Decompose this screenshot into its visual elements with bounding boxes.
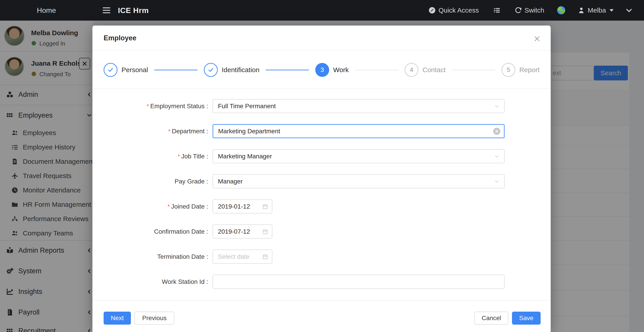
step-check-icon — [204, 63, 218, 77]
menu-toggle-icon[interactable] — [103, 8, 110, 13]
previous-button[interactable]: Previous — [134, 312, 174, 324]
step-check-icon — [104, 63, 118, 77]
compass-icon — [428, 7, 436, 14]
app-brand: ICE Hrm — [118, 6, 149, 15]
step-connector — [266, 70, 309, 70]
divider — [92, 300, 551, 301]
step-personal[interactable]: Personal — [104, 63, 148, 77]
switch-refresh-icon — [515, 7, 522, 14]
save-button[interactable]: Save — [512, 312, 540, 324]
user-menu[interactable]: Melba — [578, 7, 614, 14]
calendar-icon — [262, 203, 268, 210]
navbar-collapse-chevron-icon[interactable] — [625, 7, 633, 14]
modal-title: Employee — [104, 34, 136, 42]
step-number: 4 — [404, 63, 418, 77]
field-label: *Pay Grade: — [104, 174, 208, 188]
screen: ext Search Delete Copy Delete Copy Delet… — [0, 0, 644, 332]
field-label: *Joined Date: — [104, 199, 208, 214]
wizard-steps: Personal Identification 3 Work 4 Contact… — [104, 63, 540, 77]
quick-access-button[interactable]: Quick Access — [428, 7, 479, 14]
department-select[interactable]: Marketing Department — [212, 124, 504, 138]
chevron-down-icon — [494, 153, 500, 159]
field-label: *Confirmation Date: — [104, 225, 208, 239]
step-contact[interactable]: 4 Contact — [404, 63, 446, 77]
switch-button[interactable]: Switch — [515, 7, 544, 14]
field-label: *Termination Date: — [104, 250, 208, 264]
close-icon — [533, 35, 541, 43]
language-globe-icon[interactable] — [557, 6, 565, 14]
task-list-icon[interactable] — [493, 7, 500, 14]
step-number: 5 — [502, 63, 515, 77]
field-label: *Department: — [104, 124, 208, 138]
step-work[interactable]: 3 Work — [315, 63, 349, 77]
calendar-icon — [262, 254, 268, 260]
caret-down-icon — [610, 9, 614, 12]
clear-icon[interactable] — [493, 128, 500, 135]
termination-date-picker[interactable]: Select date — [212, 250, 272, 264]
job-title-select[interactable]: Marketing Manager — [212, 149, 504, 163]
step-connector — [355, 70, 398, 70]
joined-date-picker[interactable]: 2019-01-12 — [212, 199, 272, 214]
calendar-icon — [262, 229, 268, 235]
top-navbar: Home ICE Hrm Quick Access Switch Melba — [0, 0, 644, 21]
nav-home-link[interactable]: Home — [0, 6, 93, 15]
pay-grade-select[interactable]: Manager — [212, 174, 504, 188]
field-label: *Job Title: — [104, 149, 208, 163]
step-identification[interactable]: Identification — [204, 63, 259, 77]
step-connector — [452, 70, 495, 70]
chevron-down-icon — [494, 103, 500, 109]
work-station-id-input[interactable] — [212, 275, 504, 289]
employee-modal: Employee Personal Identification 3 Work — [92, 26, 551, 332]
step-number: 3 — [315, 63, 329, 77]
field-label: *Employment Status: — [104, 99, 208, 113]
step-connector — [154, 70, 198, 70]
divider — [92, 88, 551, 89]
confirmation-date-picker[interactable]: 2019-07-12 — [212, 225, 272, 239]
step-report[interactable]: 5 Report — [502, 63, 540, 77]
chevron-down-icon — [494, 179, 500, 184]
modal-close-button[interactable] — [533, 35, 541, 44]
field-label: *Work Station Id: — [104, 275, 208, 289]
divider — [92, 50, 551, 51]
person-icon — [578, 7, 585, 14]
employment-status-select[interactable]: Full Time Permanent — [212, 99, 504, 113]
next-button[interactable]: Next — [104, 312, 131, 324]
cancel-button[interactable]: Cancel — [474, 312, 508, 324]
